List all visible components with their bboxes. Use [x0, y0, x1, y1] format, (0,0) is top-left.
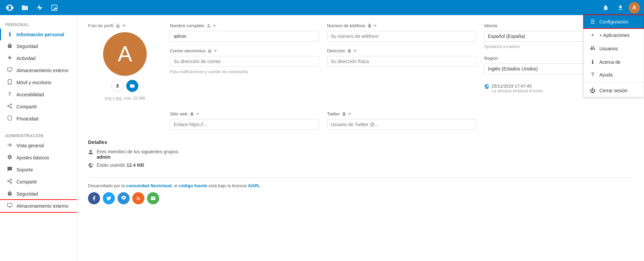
plus-icon: ＋: [589, 32, 596, 39]
sidebar-item-info-personal[interactable]: ℹ Información personal: [0, 29, 77, 40]
sitioweb-dropdown-icon: [196, 113, 199, 115]
telefono-label: Número de teléfono: [327, 23, 476, 28]
sidebar-item-soporte[interactable]: Soporte: [0, 164, 77, 176]
email-icon: [150, 196, 156, 201]
dropdown-item-acerca[interactable]: ℹ Acerca de: [584, 55, 644, 68]
nombre-dropdown-icon: [213, 25, 216, 27]
security-admin-icon: [6, 191, 13, 197]
nombre-input[interactable]: [170, 31, 319, 42]
svg-point-6: [53, 6, 54, 7]
activity-sidebar-icon: [6, 55, 13, 62]
sidebar-section-personal: Personal: [0, 19, 77, 29]
telefono-section: Número de teléfono: [327, 23, 476, 42]
correo-input[interactable]: [170, 56, 319, 67]
details-section: Detalles Eres miembro de los siguientes …: [88, 139, 633, 169]
user-avatar-btn[interactable]: A: [629, 2, 640, 13]
profile-photo-section: Foto de perfil A png o jpg, max. 20 MB: [88, 23, 162, 101]
sidebar-item-actividad[interactable]: Actividad: [0, 52, 77, 64]
dropdown-item-configuracion[interactable]: ☰ Configuración: [584, 15, 644, 28]
sidebar-item-movil[interactable]: Móvil y escritorio: [0, 76, 77, 89]
sitioweb-lock-icon: [190, 112, 194, 116]
source-link[interactable]: código fuente: [179, 183, 207, 188]
storage-svg-icon: [88, 163, 93, 168]
topnav-right: A ☰ Configuración ＋ + Aplicaciones Usuar…: [599, 1, 640, 14]
external-storage-admin-icon: [6, 203, 13, 209]
bell-icon: [602, 4, 609, 11]
image-icon: [51, 4, 58, 11]
dropdown-item-aplicaciones[interactable]: ＋ + Aplicaciones: [584, 28, 644, 42]
community-link[interactable]: comunidad Nextcloud: [126, 183, 172, 188]
folder-photo-icon: [130, 83, 135, 89]
sidebar-item-seguridad[interactable]: Seguridad: [0, 40, 77, 52]
pick-photo-btn[interactable]: [126, 80, 138, 92]
name-email-column: Nombre completo Correo electrónico Para …: [170, 23, 319, 101]
mastodon-icon: [121, 196, 126, 201]
twitter-input[interactable]: [327, 119, 476, 130]
sidebar-item-compartir-admin[interactable]: Compartir: [0, 176, 77, 188]
support-icon: [6, 166, 13, 173]
facebook-icon: [91, 196, 97, 201]
svg-point-2: [6, 6, 9, 9]
mobile-icon: [6, 79, 13, 86]
sidebar-section-admin: Administración: [0, 130, 77, 140]
mastodon-social-btn[interactable]: [118, 192, 130, 204]
download-icon: [617, 4, 624, 11]
sidebar-item-accesibilidad[interactable]: Accesibilidad: [0, 89, 77, 101]
direccion-lock-icon: [347, 49, 352, 53]
dropdown-item-cerrar-sesion[interactable]: ⏻ Cerrar sesión: [584, 84, 644, 97]
photo-label: Foto de perfil: [88, 23, 126, 28]
dropdown-divider: [584, 83, 644, 83]
svg-point-20: [8, 180, 9, 182]
footer-credits: Desarrollado por la comunidad Nextcloud,…: [88, 183, 633, 188]
svg-line-22: [9, 181, 11, 182]
nombre-person-icon: [206, 23, 211, 28]
sidebar-item-ajustes-basicos[interactable]: Ajustes básicos: [0, 152, 77, 164]
correo-label: Correo electrónico: [170, 48, 319, 53]
activity-nav-btn[interactable]: [33, 1, 46, 14]
photo-dropdown-icon: [122, 24, 126, 28]
photos-nav-btn[interactable]: [48, 1, 61, 14]
svg-marker-7: [8, 55, 12, 60]
week-start: La semana empieza el lunes: [492, 89, 543, 93]
rss-social-btn[interactable]: [132, 192, 144, 204]
email-social-btn[interactable]: [147, 192, 159, 204]
topnav: A ☰ Configuración ＋ + Aplicaciones Usuar…: [0, 0, 644, 15]
footer-divider: [88, 177, 633, 178]
license-link[interactable]: AGPL: [248, 183, 260, 188]
telefono-dropdown-icon: [374, 25, 377, 27]
profile-avatar: A: [103, 32, 147, 76]
sidebar-item-almacenamiento-externo-admin[interactable]: Almacenamiento externo: [0, 200, 77, 212]
svg-point-3: [11, 6, 13, 9]
sidebar-item-seguridad-admin[interactable]: Seguridad: [0, 188, 77, 200]
logo[interactable]: [4, 2, 15, 13]
sidebar-item-vista-general[interactable]: Vista general: [0, 140, 77, 152]
group-row: Eres miembro de los siguientes grupos: a…: [88, 149, 633, 160]
notifications-btn[interactable]: [599, 1, 612, 14]
direccion-label: Dirección: [327, 48, 476, 53]
main-content: Foto de perfil A png o jpg, max. 20 MB: [77, 15, 644, 261]
dropdown-item-usuarios[interactable]: Usuarios: [584, 42, 644, 55]
twitter-social-btn[interactable]: [103, 192, 115, 204]
sitioweb-input[interactable]: [170, 119, 319, 130]
photo-lock-icon: [116, 23, 120, 28]
svg-point-19: [10, 179, 12, 180]
sidebar-item-privacidad[interactable]: Privacidad: [0, 113, 77, 125]
info-personal-icon: ℹ: [6, 31, 13, 38]
facebook-social-btn[interactable]: [88, 192, 100, 204]
files-nav-btn[interactable]: [18, 1, 32, 14]
correo-hint: Para notificaciones y cambio de contrase…: [170, 69, 319, 74]
telefono-input[interactable]: [327, 31, 476, 42]
sidebar-item-compartir[interactable]: Compartir: [0, 101, 77, 113]
direccion-input[interactable]: [327, 56, 476, 67]
upload-photo-btn[interactable]: [111, 80, 124, 92]
help-icon: ?: [589, 72, 596, 78]
svg-line-23: [9, 180, 11, 181]
downloads-btn[interactable]: [614, 1, 627, 14]
twitter-section: Twitter: [327, 111, 476, 130]
topnav-app-icons: [18, 1, 61, 14]
sidebar-item-almacenamiento-externo[interactable]: Almacenamiento externo: [0, 64, 77, 76]
storage-value: 12.4 MB: [127, 162, 144, 168]
dropdown-item-ayuda[interactable]: ? Ayuda: [584, 68, 644, 81]
logout-icon: ⏻: [589, 88, 596, 94]
sitioweb-label: Sitio web: [170, 111, 319, 116]
